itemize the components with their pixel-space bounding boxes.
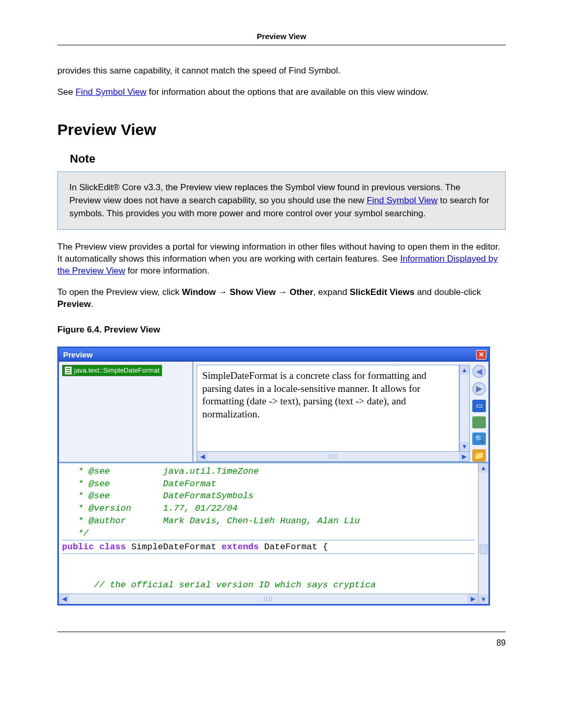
toolbar: ◀ ▶ ▭ ⬚ 🔍 📁 — [470, 362, 488, 462]
tree-slickedit-views: SlickEdit Views — [350, 287, 414, 297]
menu-window: Window — [182, 287, 216, 297]
code-line-3: * @see DateFormatSymbols — [62, 491, 253, 501]
intro-paragraph-1: provides this same capability, it cannot… — [57, 65, 506, 77]
code-line-5: * @author Mark Davis, Chen-Lieh Huang, A… — [62, 516, 360, 526]
body-p2-mid: , expand — [313, 287, 350, 297]
note-find-symbol-link[interactable]: Find Symbol View — [366, 195, 437, 205]
code-line-4: * @version 1.77, 01/22/04 — [62, 503, 238, 513]
find-symbol-view-link[interactable]: Find Symbol View — [76, 87, 146, 97]
arrow2: → — [276, 287, 289, 297]
source-editor[interactable]: * @see java.util.TimeZone * @see DateFor… — [59, 463, 478, 594]
source-vertical-scrollbar[interactable]: ▲ ▼ — [478, 463, 488, 604]
symbol-tree-pane[interactable]: java.text::SimpleDateFormat — [59, 362, 193, 462]
scroll-left-icon[interactable]: ◀ — [197, 452, 207, 461]
description-pane: SimpleDateFormat is a concrete class for… — [193, 362, 488, 462]
kw-class: class — [99, 542, 126, 552]
figure-caption: Figure 6.4. Preview View — [57, 324, 506, 336]
section-title: Preview View — [57, 119, 506, 141]
source-horizontal-scrollbar[interactable]: ◀ |||| ▶ — [59, 594, 478, 604]
description-vertical-scrollbar[interactable]: ▲ ▼ — [459, 365, 470, 452]
menu-show-view: Show View — [230, 287, 276, 297]
scroll-right-icon[interactable]: ▶ — [459, 452, 469, 461]
class-declaration: public class SimpleDateFormat extends Da… — [62, 540, 475, 554]
code-line-9: // the official serial version ID which … — [62, 580, 376, 590]
code-line-6: */ — [62, 528, 89, 538]
search-button[interactable]: 🔍 — [472, 433, 486, 445]
page-header: Preview View — [57, 31, 506, 45]
description-text[interactable]: SimpleDateFormat is a concrete class for… — [197, 365, 459, 452]
scroll-thumb[interactable] — [480, 545, 487, 554]
menu-other: Other — [289, 287, 313, 297]
body-p2-mid2: and double-click — [414, 287, 481, 297]
super-class: DateFormat { — [259, 542, 328, 552]
close-icon[interactable]: ✕ — [476, 350, 486, 360]
window-title: Preview — [63, 350, 93, 360]
description-horizontal-scrollbar[interactable]: ◀ |||| ▶ — [197, 451, 470, 462]
scroll-left-icon[interactable]: ◀ — [59, 594, 69, 604]
references-button[interactable]: ⬚ — [472, 416, 486, 429]
note-title: Note — [70, 151, 506, 167]
symbol-item[interactable]: java.text::SimpleDateFormat — [62, 365, 162, 376]
goto-definition-button[interactable]: ▭ — [472, 400, 486, 412]
source-panel: * @see java.util.TimeZone * @see DateFor… — [59, 462, 488, 604]
page-footer: 89 — [57, 632, 506, 649]
back-button[interactable]: ◀ — [472, 365, 486, 378]
body-p2-a: To open the Preview view, click — [57, 287, 182, 297]
code-line-1: * @see java.util.TimeZone — [62, 466, 259, 476]
intro-p2-post: for information about the options that a… — [146, 87, 429, 97]
body-paragraph-1: The Preview view provides a portal for v… — [57, 241, 506, 277]
intro-p2-pre: See — [57, 87, 76, 97]
preview-window: Preview ✕ java.text::SimpleDateFormat Si… — [57, 347, 490, 606]
arrow1: → — [216, 287, 229, 297]
scroll-up-icon[interactable]: ▲ — [460, 365, 469, 375]
scroll-down-icon[interactable]: ▼ — [460, 442, 469, 451]
scroll-track[interactable]: |||| — [69, 594, 468, 604]
scroll-right-icon[interactable]: ▶ — [468, 594, 478, 604]
top-panel: java.text::SimpleDateFormat SimpleDateFo… — [59, 362, 488, 462]
item-preview: Preview — [57, 299, 91, 309]
class-name: SimpleDateFormat — [126, 542, 222, 552]
document-icon — [65, 366, 72, 375]
code-line-2: * @see DateFormat — [62, 479, 216, 489]
titlebar[interactable]: Preview ✕ — [59, 348, 488, 362]
forward-button[interactable]: ▶ — [472, 382, 486, 396]
scroll-down-icon[interactable]: ▼ — [479, 595, 488, 604]
note-box: In SlickEdit® Core v3.3, the Preview vie… — [57, 171, 506, 230]
symbol-label: java.text::SimpleDateFormat — [74, 366, 160, 375]
intro-paragraph-2: See Find Symbol View for information abo… — [57, 87, 506, 98]
body-paragraph-2: To open the Preview view, click Window →… — [57, 287, 506, 311]
kw-public: public — [62, 542, 94, 552]
body-p1-post: for more information. — [125, 266, 210, 276]
scroll-up-icon[interactable]: ▲ — [479, 463, 488, 473]
kw-extends: extends — [222, 542, 259, 552]
body-p2-end: . — [91, 299, 93, 309]
options-button[interactable]: 📁 — [472, 449, 486, 462]
scroll-track[interactable]: |||| — [207, 452, 459, 461]
page-number: 89 — [496, 638, 506, 647]
